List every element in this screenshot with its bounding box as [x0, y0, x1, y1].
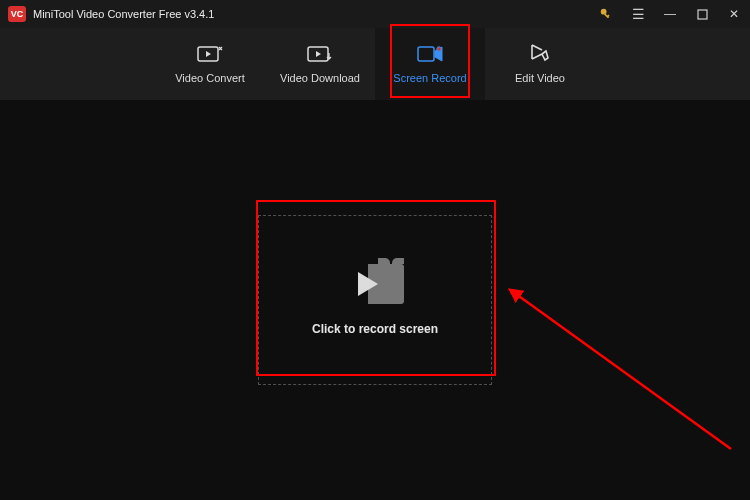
tab-bar: Video Convert Video Download Screen Reco…	[0, 28, 750, 100]
edit-video-icon	[527, 44, 553, 64]
svg-rect-8	[418, 47, 434, 61]
camera-icon	[346, 264, 404, 304]
minimize-button[interactable]: ―	[662, 6, 678, 22]
record-screen-button[interactable]: Click to record screen	[258, 215, 492, 385]
activate-key-icon[interactable]	[598, 6, 614, 22]
tab-label: Screen Record	[393, 72, 466, 84]
window-buttons: ☰ ― ✕	[598, 6, 742, 22]
titlebar: VC MiniTool Video Converter Free v3.4.1 …	[0, 0, 750, 28]
app-title: MiniTool Video Converter Free v3.4.1	[33, 8, 214, 20]
screen-record-icon	[417, 44, 443, 64]
video-convert-icon	[197, 44, 223, 64]
tab-label: Video Download	[280, 72, 360, 84]
maximize-button[interactable]	[694, 6, 710, 22]
tab-screen-record[interactable]: Screen Record	[375, 28, 485, 100]
tab-label: Edit Video	[515, 72, 565, 84]
svg-point-10	[437, 47, 441, 51]
tab-edit-video[interactable]: Edit Video	[485, 28, 595, 100]
close-button[interactable]: ✕	[726, 6, 742, 22]
svg-rect-3	[698, 10, 707, 19]
record-screen-label: Click to record screen	[312, 322, 438, 336]
tab-video-convert[interactable]: Video Convert	[155, 28, 265, 100]
svg-marker-5	[206, 51, 211, 57]
app-logo-icon: VC	[8, 6, 26, 22]
video-download-icon	[307, 44, 333, 64]
main-area: Click to record screen	[0, 100, 750, 500]
tab-label: Video Convert	[175, 72, 245, 84]
svg-marker-7	[316, 51, 321, 57]
menu-icon[interactable]: ☰	[630, 6, 646, 22]
tab-video-download[interactable]: Video Download	[265, 28, 375, 100]
